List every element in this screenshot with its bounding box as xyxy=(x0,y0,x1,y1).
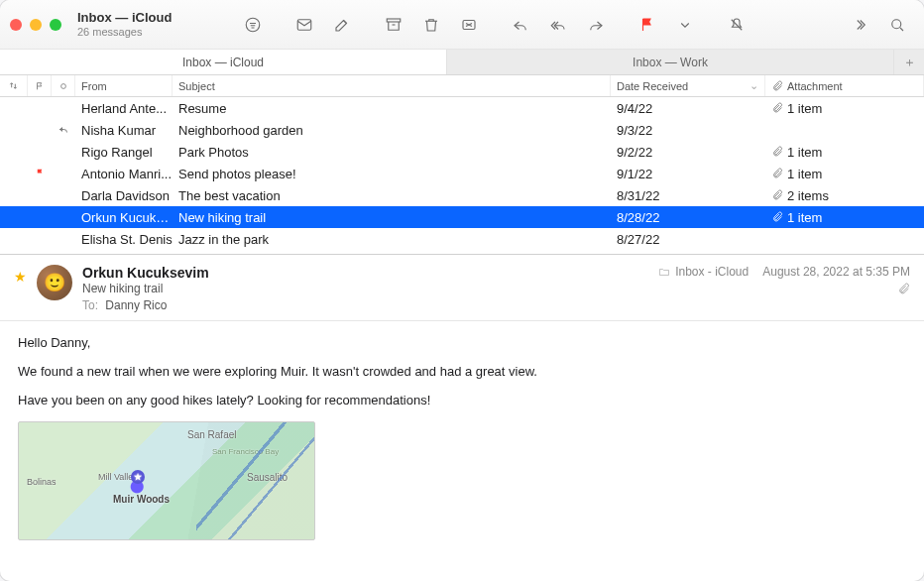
preview-to-line: To: Danny Rico xyxy=(82,298,209,312)
tab-inbox-work[interactable]: Inbox — Work xyxy=(447,50,894,74)
more-toolbar-button[interactable] xyxy=(843,11,876,39)
map-label: San Rafael xyxy=(187,429,236,440)
window-subtitle: 26 messages xyxy=(77,26,216,39)
tab-bar: Inbox — iCloud Inbox — Work ＋ xyxy=(0,50,924,75)
preview-subject: New hiking trail xyxy=(82,282,209,295)
toolbar xyxy=(236,11,914,39)
paperclip-icon xyxy=(771,80,783,92)
sort-column-header[interactable] xyxy=(0,75,28,96)
title-block: Inbox — iCloud 26 messages xyxy=(77,11,216,39)
body-paragraph: We found a new trail when we were explor… xyxy=(18,364,906,379)
svg-point-4 xyxy=(892,19,901,28)
forward-button[interactable] xyxy=(579,11,613,39)
map-pin-label: Muir Woods xyxy=(113,494,170,505)
junk-button[interactable] xyxy=(452,11,486,39)
tab-inbox-icloud[interactable]: Inbox — iCloud xyxy=(0,50,447,74)
map-attachment[interactable]: San Rafael San Francisco Bay Sausalito M… xyxy=(18,421,315,540)
svg-rect-1 xyxy=(297,19,311,30)
map-label: Sausalito xyxy=(247,472,288,483)
message-list: Herland Ante... Resume 9/4/22 1 item Nis… xyxy=(0,97,924,250)
paperclip-icon xyxy=(771,102,783,114)
subject-column-header[interactable]: Subject xyxy=(173,75,611,96)
attachment-indicator-icon[interactable] xyxy=(897,283,910,298)
vip-star-icon[interactable]: ★ xyxy=(14,269,27,312)
body-paragraph: Hello Danny, xyxy=(18,335,906,350)
filter-button[interactable] xyxy=(236,11,270,39)
reply-all-button[interactable] xyxy=(541,11,575,39)
message-row[interactable]: Herland Ante... Resume 9/4/22 1 item xyxy=(0,97,924,119)
paperclip-icon xyxy=(771,168,783,179)
preview-folder[interactable]: Inbox - iCloud xyxy=(658,265,749,279)
flag-button[interactable] xyxy=(631,11,664,39)
status-column-header[interactable] xyxy=(52,75,75,96)
message-row[interactable]: Antonio Manri... Send photos please! 9/1… xyxy=(0,163,924,184)
paperclip-icon xyxy=(771,189,783,201)
window-title: Inbox — iCloud xyxy=(77,11,216,26)
body-paragraph: Have you been on any good hikes lately? … xyxy=(18,393,906,407)
from-column-header[interactable]: From xyxy=(75,75,173,96)
sender-avatar[interactable]: 🙂 xyxy=(37,265,72,300)
paperclip-icon xyxy=(771,211,783,223)
preview-header: ★ 🙂 Orkun Kucuksevim New hiking trail To… xyxy=(0,255,924,321)
new-message-button[interactable] xyxy=(288,11,321,39)
column-headers: From Subject Date Received ⌄ Attachment xyxy=(0,75,924,97)
flag-column-header[interactable] xyxy=(28,75,52,96)
folder-icon xyxy=(658,266,670,278)
message-body: Hello Danny, We found a new trail when w… xyxy=(0,321,924,554)
message-row[interactable]: Nisha Kumar Neighborhood garden 9/3/22 xyxy=(0,119,924,141)
trash-button[interactable] xyxy=(414,11,448,39)
reply-button[interactable] xyxy=(504,11,537,39)
paperclip-icon xyxy=(771,146,783,158)
message-row-selected[interactable]: Orkun Kucuks... New hiking trail 8/28/22… xyxy=(0,206,924,228)
replied-icon xyxy=(58,123,69,138)
mail-window: Inbox — iCloud 26 messages xyxy=(0,0,924,581)
message-row[interactable]: Elisha St. Denis Jazz in the park 8/27/2… xyxy=(0,228,924,250)
minimize-window-button[interactable] xyxy=(30,19,42,31)
preview-sender: Orkun Kucuksevim xyxy=(82,265,209,281)
svg-point-5 xyxy=(60,83,65,88)
tab-label: Inbox — iCloud xyxy=(182,56,264,69)
close-window-button[interactable] xyxy=(10,19,22,31)
archive-button[interactable] xyxy=(377,11,410,39)
map-pin-icon: ★ xyxy=(131,470,145,484)
message-row[interactable]: Darla Davidson The best vacation 8/31/22… xyxy=(0,184,924,206)
window-controls xyxy=(10,19,61,31)
map-label: San Francisco Bay xyxy=(212,447,279,456)
message-row[interactable]: Rigo Rangel Park Photos 9/2/22 1 item xyxy=(0,141,924,163)
preview-recipient[interactable]: Danny Rico xyxy=(105,298,167,312)
mute-button[interactable] xyxy=(720,11,753,39)
svg-point-0 xyxy=(246,18,260,32)
tab-label: Inbox — Work xyxy=(633,56,708,69)
chevron-down-icon: ⌄ xyxy=(750,79,758,92)
titlebar: Inbox — iCloud 26 messages xyxy=(0,0,924,50)
flag-menu-chevron[interactable] xyxy=(668,11,702,39)
date-column-header[interactable]: Date Received ⌄ xyxy=(611,75,765,96)
attachment-column-header[interactable]: Attachment xyxy=(765,75,924,96)
compose-button[interactable] xyxy=(325,11,359,39)
flag-icon xyxy=(35,167,46,181)
svg-rect-2 xyxy=(387,19,401,22)
fullscreen-window-button[interactable] xyxy=(50,19,61,31)
new-tab-button[interactable]: ＋ xyxy=(894,50,924,74)
map-label: Bolinas xyxy=(27,477,57,487)
preview-datetime: August 28, 2022 at 5:35 PM xyxy=(762,265,910,279)
search-button[interactable] xyxy=(880,11,914,39)
